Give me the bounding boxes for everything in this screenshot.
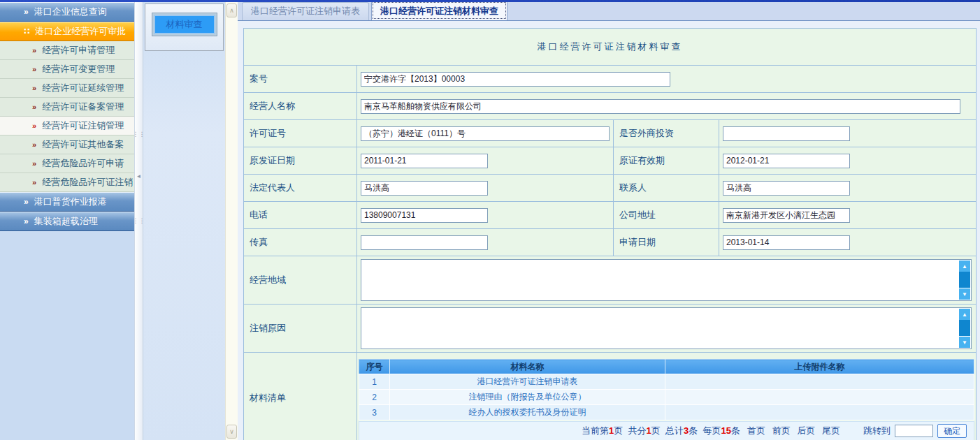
sidebar-item-license-record-mgmt[interactable]: » 经营许可证备案管理 xyxy=(0,98,134,117)
scroll-down-icon[interactable]: ▼ xyxy=(959,337,970,348)
sidebar-item-label: 经营许可证注销管理 xyxy=(42,119,124,132)
scroll-down-icon[interactable]: ▼ xyxy=(959,288,970,300)
per-page-number: 15 xyxy=(721,425,730,436)
scroll-up-icon[interactable]: ▲ xyxy=(959,261,970,272)
apply-date-label: 申请日期 xyxy=(614,229,719,256)
issue-date-field[interactable] xyxy=(361,154,488,168)
menu-arrow-expanded-icon: ∷ xyxy=(24,27,28,36)
row-no: 2 xyxy=(359,390,390,405)
validity-date-label: 原证有效期 xyxy=(614,147,719,175)
tab-cancel-material-review[interactable]: 港口经营许可证注销材料审查 xyxy=(371,1,507,20)
first-page-link[interactable]: 首页 xyxy=(747,425,765,436)
tab-strip: 港口经营许可证注销申请表 港口经营许可证注销材料审查 xyxy=(238,2,980,21)
sidebar-splitter[interactable]: ⋮⋮ ◄ ⋮⋮ xyxy=(134,2,143,440)
submenu-arrow-icon: » xyxy=(32,46,35,54)
submenu-arrow-icon: » xyxy=(32,178,35,186)
attachment-name xyxy=(665,390,974,405)
jump-confirm-button[interactable]: 确定 xyxy=(937,424,967,438)
textarea-scrollbar[interactable]: ▲ ▼ xyxy=(959,261,970,300)
pagination-label: 条 xyxy=(689,425,698,436)
license-no-label: 许可证号 xyxy=(244,120,357,147)
operator-name-field[interactable] xyxy=(361,99,960,114)
page-title: 港口经营许可证注销材料审查 xyxy=(244,29,977,66)
case-no-field[interactable] xyxy=(361,72,670,87)
sidebar-item-dangerous-goods-apply[interactable]: » 经营危险品许可申请 xyxy=(0,154,134,173)
scroll-up-icon[interactable]: ▲ xyxy=(959,309,970,320)
sidebar-item-license-change-mgmt[interactable]: » 经营许可变更管理 xyxy=(0,60,134,79)
menu-arrow-icon: » xyxy=(24,197,27,207)
license-no-field[interactable] xyxy=(361,126,610,141)
material-name: 注销理由（附报告及单位公章） xyxy=(390,390,665,405)
issue-date-label: 原发证日期 xyxy=(244,147,357,175)
sidebar-item-license-renewal-mgmt[interactable]: » 经营许可证延续管理 xyxy=(0,79,134,98)
content-scrollbar[interactable]: ∧ ∨ xyxy=(225,2,238,440)
sidebar-item-license-cancel-mgmt[interactable]: » 经营许可证注销管理 xyxy=(0,117,134,135)
sidebar-item-license-apply-mgmt[interactable]: » 经营许可申请管理 xyxy=(0,41,134,60)
scrollbar-track[interactable] xyxy=(959,320,970,336)
sidebar-item-dangerous-goods-cancel[interactable]: » 经营危险品许可证注销 xyxy=(0,173,134,192)
contact-field[interactable] xyxy=(723,181,850,196)
splitter-collapse-arrow-icon[interactable]: ◄ xyxy=(136,173,142,179)
submenu-arrow-icon: » xyxy=(32,84,35,92)
menu-arrow-icon: » xyxy=(24,217,27,226)
submenu-arrow-icon: » xyxy=(32,140,35,149)
sidebar-item-license-other-record[interactable]: » 经营许可证其他备案 xyxy=(0,135,134,154)
fax-field[interactable] xyxy=(361,235,488,250)
foreign-investment-field[interactable] xyxy=(723,126,850,141)
table-row[interactable]: 2 注销理由（附报告及单位公章） xyxy=(359,390,974,405)
sidebar-item-label: 港口企业经营许可审批 xyxy=(35,25,126,38)
top-bar xyxy=(0,0,980,2)
tab-cancel-application-form[interactable]: 港口经营许可证注销申请表 xyxy=(242,2,369,20)
business-area-textarea[interactable]: ▲ ▼ xyxy=(361,259,972,301)
table-row[interactable]: 3 经办人的授权委托书及身份证明 xyxy=(359,405,974,420)
textarea-scrollbar[interactable]: ▲ ▼ xyxy=(959,309,970,348)
scrollbar-track[interactable] xyxy=(959,272,970,288)
sidebar-item-port-license-approval[interactable]: ∷ 港口企业经营许可审批 xyxy=(0,22,134,41)
sidebar-item-label: 经营许可证备案管理 xyxy=(42,101,124,113)
phone-field[interactable] xyxy=(361,208,488,223)
pagination-label: 页 xyxy=(614,425,623,436)
pagination-label: 每页 xyxy=(702,425,721,436)
case-no-label: 案号 xyxy=(244,66,357,93)
cancel-reason-label: 注销原因 xyxy=(244,305,357,353)
sidebar-item-general-cargo-report[interactable]: » 港口普货作业报港 xyxy=(0,192,134,212)
sidebar-item-port-enterprise-info-query[interactable]: » 港口企业信息查询 xyxy=(0,2,134,22)
legal-rep-field[interactable] xyxy=(361,181,488,196)
materials-header-row: 序号 材料名称 上传附件名称 xyxy=(359,360,974,374)
pagination-label: 页 xyxy=(651,425,661,436)
sidebar-item-label: 经营许可证其他备案 xyxy=(42,138,124,151)
cancel-reason-textarea[interactable]: ▲ ▼ xyxy=(361,307,972,349)
legal-rep-label: 法定代表人 xyxy=(244,175,357,202)
sidebar-item-label: 港口企业信息查询 xyxy=(34,6,107,18)
page-jump-group: 跳转到 确定 xyxy=(863,424,967,438)
col-header-attachment-name: 上传附件名称 xyxy=(665,360,974,374)
prev-page-link[interactable]: 前页 xyxy=(772,425,791,436)
main-area: 港口经营许可证注销申请表 港口经营许可证注销材料审查 港口经营许可证注销材料审查… xyxy=(238,2,980,440)
review-form-table: 港口经营许可证注销材料审查 案号 经营人名称 许可证号 是否外商投资 原发证日 xyxy=(243,28,977,440)
table-row[interactable]: 1 港口经营许可证注销申请表 xyxy=(359,374,974,390)
menu-arrow-icon: » xyxy=(24,7,27,17)
pagination-label: 当前第 xyxy=(582,425,609,436)
material-review-button[interactable]: 材料审查 xyxy=(152,13,217,36)
sidebar-item-label: 集装箱超载治理 xyxy=(34,215,98,228)
sidebar-filler xyxy=(0,231,134,440)
jump-to-label: 跳转到 xyxy=(863,425,891,437)
address-field[interactable] xyxy=(723,208,850,223)
submenu-arrow-icon: » xyxy=(32,159,35,168)
next-page-link[interactable]: 后页 xyxy=(797,425,815,436)
validity-date-field[interactable] xyxy=(723,154,850,168)
attachment-name xyxy=(665,405,974,420)
sidebar-item-container-overload[interactable]: » 集装箱超载治理 xyxy=(0,212,134,231)
scroll-up-icon[interactable]: ∧ xyxy=(226,3,237,17)
scroll-down-icon[interactable]: ∨ xyxy=(226,425,237,439)
phone-label: 电话 xyxy=(244,202,357,229)
sidebar-item-label: 经营许可证延续管理 xyxy=(42,82,124,94)
contact-label: 联系人 xyxy=(614,175,719,202)
foreign-investment-label: 是否外商投资 xyxy=(614,120,719,147)
last-page-link[interactable]: 尾页 xyxy=(822,425,840,436)
sidebar-item-label: 港口普货作业报港 xyxy=(34,196,107,208)
jump-page-input[interactable] xyxy=(895,425,933,437)
col-header-no: 序号 xyxy=(359,360,390,374)
apply-date-field[interactable] xyxy=(723,235,850,250)
app-window: » 港口企业信息查询 ∷ 港口企业经营许可审批 » 经营许可申请管理 » 经营许… xyxy=(0,0,980,440)
